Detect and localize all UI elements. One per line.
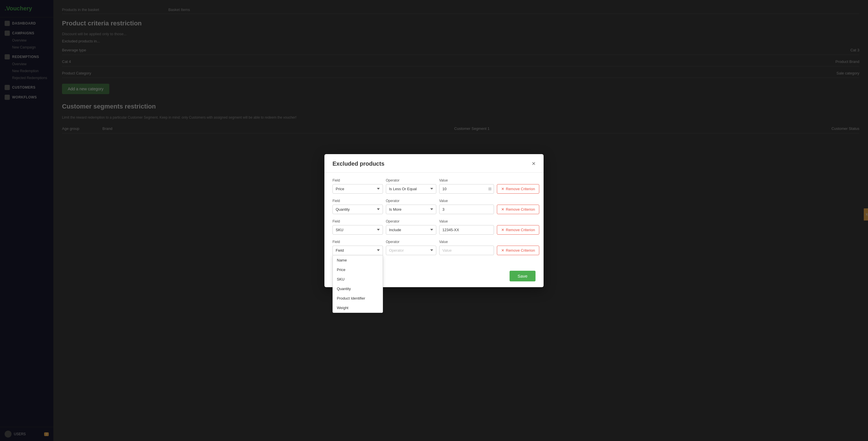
field-select-1[interactable]: Price: [333, 184, 383, 194]
remove-label-4: Remove Criterion: [506, 248, 535, 253]
value-wrapper-2: [439, 205, 494, 214]
remove-criterion-2[interactable]: ✕ Remove Criterion: [497, 205, 539, 214]
criterion-labels-1: Field Operator Value: [333, 178, 535, 182]
dropdown-item-name[interactable]: Name: [333, 256, 383, 265]
dropdown-item-product-identifier[interactable]: Product Identifier: [333, 294, 383, 303]
remove-label-3: Remove Criterion: [506, 228, 535, 232]
modal-header: Excluded products ×: [324, 154, 544, 173]
calendar-icon-1: ⊞: [488, 186, 492, 191]
modal-overlay[interactable]: Excluded products × Field Operator Value…: [0, 0, 868, 441]
remove-x-icon-3: ✕: [501, 228, 504, 232]
field-label-2: Field: [333, 199, 383, 203]
value-wrapper-4: [439, 245, 494, 255]
save-button[interactable]: Save: [509, 271, 535, 282]
dropdown-item-sku[interactable]: SKU: [333, 274, 383, 284]
value-input-3[interactable]: [439, 225, 494, 235]
criterion-inputs-2: Quantity Is More ✕ Remove Criterion: [333, 205, 535, 214]
operator-label-1: Operator: [386, 178, 436, 182]
criterion-row-3: Field Operator Value SKU Include ✕: [333, 219, 535, 235]
operator-select-4[interactable]: Operator: [386, 245, 436, 255]
criterion-inputs-4: Field Name Price SKU Quantity Product Id…: [333, 245, 535, 255]
modal-title: Excluded products: [333, 160, 384, 167]
dropdown-item-weight[interactable]: Weight: [333, 303, 383, 313]
criterion-labels-3: Field Operator Value: [333, 219, 535, 224]
field-select-2[interactable]: Quantity: [333, 205, 383, 214]
field-label-3: Field: [333, 219, 383, 224]
remove-x-icon-2: ✕: [501, 207, 504, 211]
operator-select-2[interactable]: Is More: [386, 205, 436, 214]
criterion-row-1: Field Operator Value Price Is Less Or Eq…: [333, 178, 535, 194]
remove-criterion-4[interactable]: ✕ Remove Criterion: [497, 245, 539, 255]
remove-criterion-3[interactable]: ✕ Remove Criterion: [497, 225, 539, 235]
remove-x-icon-1: ✕: [501, 187, 504, 191]
dropdown-item-price[interactable]: Price: [333, 265, 383, 274]
field-dropdown-wrapper-4: Field Name Price SKU Quantity Product Id…: [333, 245, 383, 255]
criterion-inputs-1: Price Is Less Or Equal ⊞ ✕ Remove Criter…: [333, 184, 535, 194]
modal: Excluded products × Field Operator Value…: [324, 154, 544, 287]
operator-label-2: Operator: [386, 199, 436, 203]
modal-body: Field Operator Value Price Is Less Or Eq…: [324, 173, 544, 266]
value-input-1[interactable]: [439, 184, 494, 194]
criterion-labels-4: Field Operator Value: [333, 240, 535, 244]
close-button[interactable]: ×: [532, 160, 535, 167]
value-label-2: Value: [439, 199, 535, 203]
field-select-3[interactable]: SKU: [333, 225, 383, 235]
field-label-1: Field: [333, 178, 383, 182]
operator-label-4: Operator: [386, 240, 436, 244]
value-input-2[interactable]: [439, 205, 494, 214]
field-label-4: Field: [333, 240, 383, 244]
value-input-4[interactable]: [439, 245, 494, 255]
dropdown-item-quantity[interactable]: Quantity: [333, 284, 383, 294]
criterion-row-4: Field Operator Value Field Name Price SK…: [333, 240, 535, 255]
remove-label-1: Remove Criterion: [506, 187, 535, 191]
value-label-4: Value: [439, 240, 535, 244]
operator-select-1[interactable]: Is Less Or Equal: [386, 184, 436, 194]
criterion-labels-2: Field Operator Value: [333, 199, 535, 203]
field-select-4[interactable]: Field Name Price SKU Quantity Product Id…: [333, 245, 383, 255]
criterion-inputs-3: SKU Include ✕ Remove Criterion: [333, 225, 535, 235]
value-wrapper-3: [439, 225, 494, 235]
operator-label-3: Operator: [386, 219, 436, 224]
value-label-3: Value: [439, 219, 535, 224]
value-label-1: Value: [439, 178, 535, 182]
remove-criterion-1[interactable]: ✕ Remove Criterion: [497, 184, 539, 194]
operator-select-3[interactable]: Include: [386, 225, 436, 235]
value-wrapper-1: ⊞: [439, 184, 494, 194]
remove-label-2: Remove Criterion: [506, 207, 535, 211]
criterion-row-2: Field Operator Value Quantity Is More: [333, 199, 535, 214]
field-dropdown-list-4: Name Price SKU Quantity Product Identifi…: [333, 255, 383, 313]
remove-x-icon-4: ✕: [501, 248, 504, 253]
